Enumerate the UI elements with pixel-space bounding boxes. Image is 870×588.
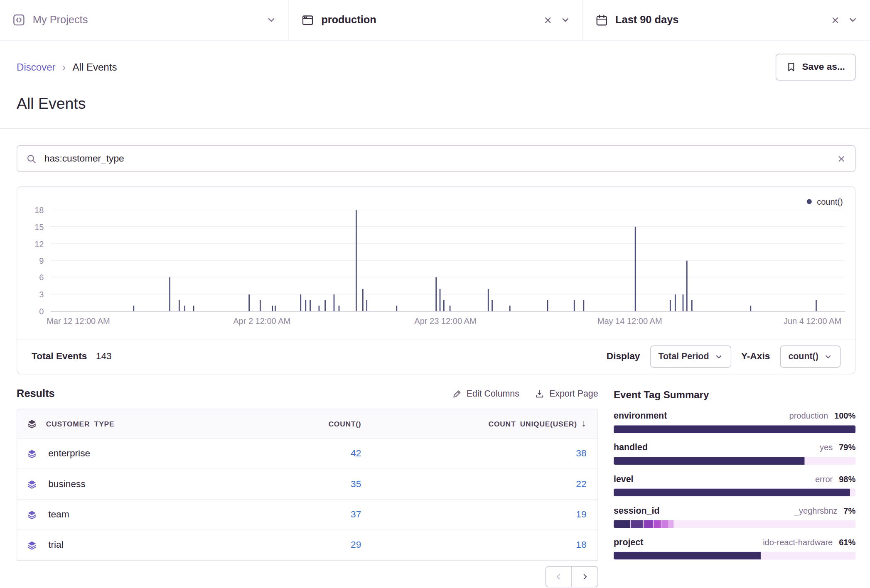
cell-count-unique-link[interactable]: 18 [372, 539, 597, 551]
tag-top-value: ido-react-hardware [763, 537, 833, 547]
column-header-count-unique-user[interactable]: COUNT_UNIQUE(USER) ↓ [372, 418, 597, 429]
search-bar [17, 145, 855, 172]
export-page-button[interactable]: Export Page [535, 389, 598, 399]
date-filter-label: Last 90 days [615, 14, 678, 26]
cell-customer-type: trial [46, 539, 233, 551]
tag-level: level error 98% [614, 474, 855, 496]
tag-top-value: yes [820, 443, 833, 452]
results-table: CUSTOMER_TYPE COUNT() COUNT_UNIQUE(USER)… [17, 409, 598, 561]
breadcrumb-discover-link[interactable]: Discover [17, 61, 56, 73]
events-chart-panel: count() 0369121518Mar 12 12:00 AMApr 2 1… [17, 186, 855, 375]
tag-bar [614, 520, 855, 528]
sort-desc-icon: ↓ [581, 418, 586, 429]
save-as-label: Save as... [802, 61, 845, 73]
tag-top-value: production [789, 411, 828, 421]
cell-count-link[interactable]: 37 [233, 509, 372, 520]
display-dropdown[interactable]: Total Period [650, 345, 731, 368]
pagination [17, 566, 598, 588]
cell-customer-type: team [46, 509, 233, 520]
tag-name: environment [614, 411, 667, 421]
clear-environment-icon[interactable] [543, 15, 553, 25]
cell-count-link[interactable]: 42 [233, 448, 372, 459]
legend-label: count() [817, 197, 843, 206]
cell-count-unique-link[interactable]: 19 [372, 509, 597, 520]
tag-top-value: error [815, 474, 833, 484]
environment-filter[interactable]: production [288, 0, 582, 40]
tag-bar [614, 552, 855, 560]
chevron-down-icon[interactable] [848, 15, 858, 25]
chevron-down-icon[interactable] [560, 15, 570, 25]
clear-date-icon[interactable] [831, 15, 840, 25]
tag-percent: 100% [834, 411, 855, 421]
clear-search-icon[interactable] [837, 154, 846, 164]
cell-count-unique-link[interactable]: 38 [372, 448, 597, 459]
project-filter[interactable]: My Projects [0, 0, 288, 40]
project-filter-label: My Projects [33, 14, 88, 26]
cell-count-unique-link[interactable]: 22 [372, 479, 597, 490]
table-header-row: CUSTOMER_TYPE COUNT() COUNT_UNIQUE(USER)… [17, 409, 597, 438]
projects-icon [12, 13, 25, 27]
stack-icon[interactable] [17, 480, 46, 489]
date-range-filter[interactable]: Last 90 days [582, 0, 870, 40]
display-label: Display [607, 351, 640, 362]
tag-name: project [614, 537, 643, 547]
tag-percent: 61% [839, 537, 855, 547]
chart-legend[interactable]: count() [807, 197, 843, 206]
chart-plot: 0369121518Mar 12 12:00 AMApr 2 12:00 AMA… [51, 210, 845, 311]
tag-bar [614, 457, 855, 465]
table-row: trial 29 18 [17, 529, 597, 560]
global-filter-bar: My Projects production [0, 0, 870, 40]
stack-icon [17, 419, 46, 429]
search-icon [26, 153, 37, 164]
pencil-icon [452, 389, 462, 399]
next-page-button[interactable] [572, 566, 598, 588]
chevron-down-icon [715, 353, 723, 361]
tag-percent: 79% [839, 443, 855, 452]
yaxis-dropdown[interactable]: count() [780, 345, 841, 368]
legend-dot [807, 199, 812, 204]
stack-icon[interactable] [17, 540, 46, 550]
column-header-count[interactable]: COUNT() [233, 419, 372, 428]
chevron-down-icon[interactable] [266, 15, 276, 25]
events-chart: count() 0369121518Mar 12 12:00 AMApr 2 1… [17, 187, 855, 339]
tag-project: project ido-react-hardware 61% [614, 537, 855, 559]
page-header: Discover › All Events Save as... All Eve… [0, 40, 870, 128]
environment-filter-label: production [321, 14, 376, 26]
window-icon [301, 14, 314, 27]
breadcrumb-current: All Events [73, 61, 117, 73]
column-header-customer-type[interactable]: CUSTOMER_TYPE [46, 419, 233, 428]
table-row: business 35 22 [17, 468, 597, 499]
edit-columns-button[interactable]: Edit Columns [452, 389, 519, 399]
breadcrumb: Discover › All Events [17, 61, 117, 74]
total-events-value: 143 [96, 351, 112, 362]
tag-name: level [614, 474, 634, 484]
tag-environment: environment production 100% [614, 411, 855, 433]
total-events-label: Total Events [32, 351, 87, 362]
tag-summary-heading: Event Tag Summary [614, 389, 855, 401]
tag-bar [614, 425, 855, 433]
results-heading: Results [17, 387, 55, 399]
export-page-label: Export Page [549, 389, 598, 399]
yaxis-value: count() [788, 352, 818, 362]
chevron-right-icon: › [62, 61, 66, 74]
tag-session-id: session_id _yeghrsbnz 7% [614, 506, 855, 528]
display-value: Total Period [659, 352, 709, 362]
search-input[interactable] [43, 152, 830, 164]
stack-icon[interactable] [17, 510, 46, 519]
event-tag-summary: Event Tag Summary environment production… [614, 387, 855, 569]
chevron-down-icon [824, 353, 832, 361]
tag-name: session_id [614, 506, 659, 516]
cell-count-link[interactable]: 29 [233, 539, 372, 551]
cell-count-link[interactable]: 35 [233, 479, 372, 490]
tag-percent: 98% [839, 474, 855, 484]
previous-page-button[interactable] [546, 566, 572, 588]
tag-percent: 7% [843, 506, 855, 515]
total-events: Total Events 143 [32, 351, 112, 362]
bookmark-icon [786, 62, 796, 72]
table-row: team 37 19 [17, 499, 597, 529]
download-icon [535, 389, 544, 399]
chart-footer: Total Events 143 Display Total Period Y-… [17, 339, 855, 374]
save-as-button[interactable]: Save as... [776, 54, 856, 81]
stack-icon[interactable] [17, 449, 46, 458]
tag-top-value: _yeghrsbnz [794, 506, 838, 515]
